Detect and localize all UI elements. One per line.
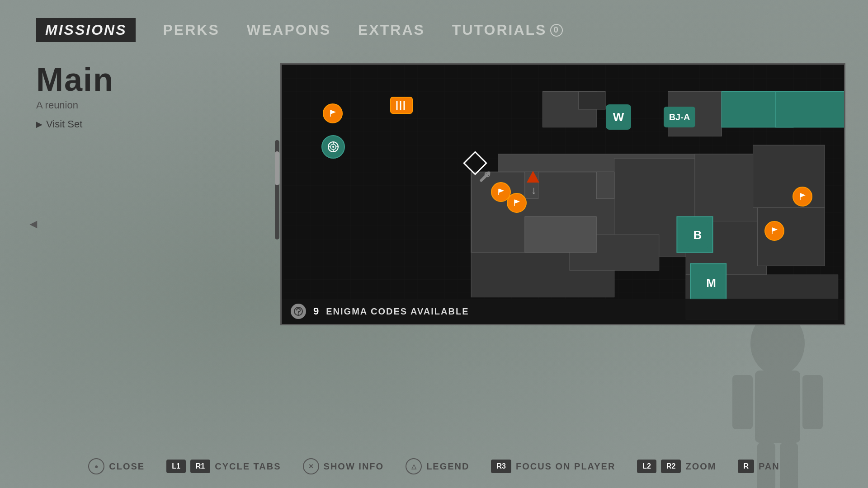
mission-title: Main bbox=[36, 63, 253, 96]
zoom-label: ZOOM bbox=[685, 461, 716, 472]
bottom-controls: ● CLOSE L1 R1 CYCLE TABS ✕ SHOW INFO △ L… bbox=[0, 458, 868, 474]
close-button-icon[interactable]: ● bbox=[88, 458, 104, 474]
orange-marker-4 bbox=[507, 193, 527, 213]
cross-button-icon[interactable]: ✕ bbox=[303, 458, 319, 474]
r3-button[interactable]: R3 bbox=[491, 460, 511, 473]
triangle-button-icon[interactable]: △ bbox=[406, 458, 422, 474]
scroll-left-icon[interactable]: ◄ bbox=[27, 217, 40, 231]
map-room-bja: BJ-A bbox=[664, 107, 695, 127]
svg-rect-1 bbox=[755, 371, 800, 443]
map-key-icon bbox=[477, 169, 493, 186]
svg-point-34 bbox=[332, 146, 334, 148]
control-focus-player: R3 FOCUS ON PLAYER bbox=[491, 460, 615, 473]
enigma-label: ENIGMA CODES AVAILABLE bbox=[326, 306, 469, 317]
control-pan: R PAN bbox=[738, 460, 779, 473]
orange-marker-6 bbox=[764, 221, 784, 241]
room-b-label: B bbox=[685, 222, 710, 248]
map-floorplan bbox=[282, 65, 844, 324]
close-label: CLOSE bbox=[109, 461, 145, 472]
l1-button[interactable]: L1 bbox=[166, 460, 186, 473]
legend-label: LEGEND bbox=[426, 461, 469, 472]
focus-player-label: FOCUS ON PLAYER bbox=[516, 461, 615, 472]
teal-radar-icon bbox=[321, 135, 345, 159]
svg-rect-15 bbox=[753, 145, 825, 208]
top-navigation: MISSIONS PERKS WEAPONS EXTRAS TUTORIALS … bbox=[36, 18, 563, 42]
enigma-count: 9 bbox=[313, 305, 319, 317]
map-container: W BJ-A B M bbox=[280, 63, 845, 325]
nav-tutorials[interactable]: TUTORIALS 0 bbox=[452, 22, 563, 38]
down-arrow-icon: ↓ bbox=[531, 184, 537, 197]
svg-rect-19 bbox=[775, 91, 844, 127]
nav-weapons[interactable]: WEAPONS bbox=[247, 22, 331, 38]
control-close: ● CLOSE bbox=[88, 458, 145, 474]
r1-button[interactable]: R1 bbox=[190, 460, 210, 473]
nav-extras[interactable]: EXTRAS bbox=[358, 22, 425, 38]
mission-subtitle: A reunion bbox=[36, 99, 253, 111]
nav-missions[interactable]: MISSIONS bbox=[36, 18, 136, 42]
map-marker-orange-6[interactable] bbox=[764, 221, 784, 241]
map-marker-teal-radar[interactable] bbox=[321, 135, 345, 159]
map-room-m: M bbox=[698, 270, 724, 296]
cycle-tabs-label: CYCLE TABS bbox=[215, 461, 281, 472]
map-down-arrow: ↓ bbox=[531, 184, 537, 197]
r-button[interactable]: R bbox=[738, 460, 754, 473]
nav-perks[interactable]: PERKS bbox=[163, 22, 219, 38]
svg-rect-27 bbox=[525, 216, 596, 252]
room-bja-label: BJ-A bbox=[664, 107, 695, 127]
map-room-b: B bbox=[685, 222, 710, 248]
orange-marker-icon bbox=[323, 103, 343, 123]
visit-set-arrow-icon: ▶ bbox=[36, 119, 42, 129]
visit-set-label: Visit Set bbox=[46, 118, 82, 130]
map-marker-orange-4[interactable] bbox=[507, 193, 527, 213]
map-marker-orange-1[interactable] bbox=[323, 103, 343, 123]
map-scroll-track bbox=[275, 140, 279, 239]
control-show-info: ✕ SHOW INFO bbox=[303, 458, 384, 474]
room-m-label: M bbox=[698, 270, 724, 296]
l2-button[interactable]: L2 bbox=[637, 460, 656, 473]
room-w-label: W bbox=[606, 104, 631, 130]
control-zoom: L2 R2 ZOOM bbox=[637, 460, 716, 473]
left-panel: Main A reunion ▶ Visit Set bbox=[36, 63, 253, 130]
map-inner: W BJ-A B M bbox=[282, 65, 844, 324]
orange-marker-5 bbox=[793, 187, 812, 206]
map-red-triangle bbox=[527, 171, 539, 183]
visit-set-button[interactable]: ▶ Visit Set bbox=[36, 118, 253, 130]
orange-striped-marker bbox=[390, 97, 413, 114]
svg-rect-9 bbox=[579, 91, 605, 109]
enigma-codes-bar: 9 ENIGMA CODES AVAILABLE bbox=[282, 299, 844, 324]
svg-point-42 bbox=[298, 314, 299, 315]
map-scroll-thumb[interactable] bbox=[275, 151, 279, 185]
control-legend: △ LEGEND bbox=[406, 458, 469, 474]
tutorials-count-badge: 0 bbox=[550, 24, 563, 37]
control-cycle-tabs: L1 R1 CYCLE TABS bbox=[166, 460, 281, 473]
enemy-triangle-icon bbox=[527, 171, 539, 183]
map-marker-orange-2[interactable] bbox=[390, 97, 413, 114]
pan-label: PAN bbox=[759, 461, 780, 472]
r2-button[interactable]: R2 bbox=[661, 460, 681, 473]
svg-rect-3 bbox=[802, 375, 823, 429]
svg-rect-24 bbox=[596, 172, 614, 199]
show-info-label: SHOW INFO bbox=[324, 461, 384, 472]
map-room-w: W bbox=[606, 104, 631, 130]
map-marker-orange-5[interactable] bbox=[793, 187, 812, 206]
enigma-icon bbox=[291, 304, 306, 319]
svg-rect-2 bbox=[732, 375, 753, 429]
